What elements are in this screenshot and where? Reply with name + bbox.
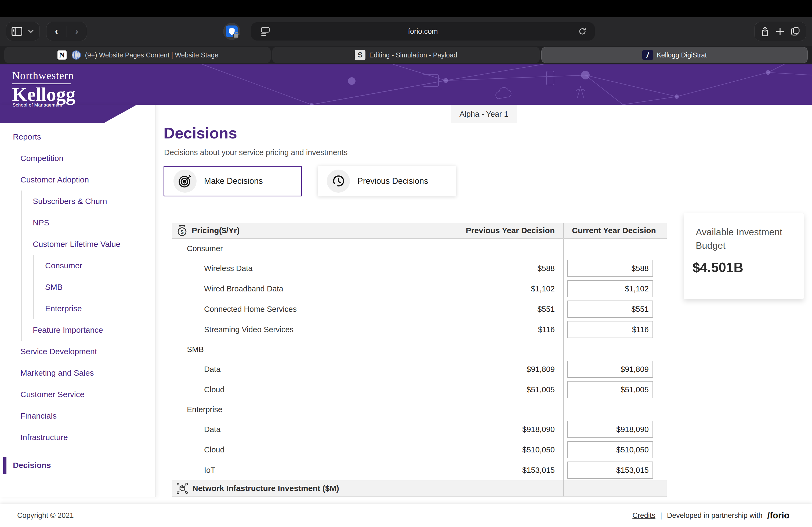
tab-label: Kellogg DigiStrat (657, 51, 707, 59)
current-year-input[interactable] (567, 441, 653, 458)
sidebar-item-consumer[interactable]: Consumer (34, 255, 156, 276)
row-label: Wireless Data (204, 264, 253, 273)
table-row: Wired Broadband Data$1,102 (172, 278, 667, 299)
current-year-input[interactable] (567, 280, 653, 297)
table-row: Data$91,809 (172, 359, 667, 379)
browser-tab-digistrat-active[interactable]: / Kellogg DigiStrat (541, 47, 808, 63)
browser-tab-notion[interactable]: N (9+) Website Pages Content | Website S… (4, 47, 271, 63)
target-icon (173, 169, 197, 193)
sidebar-item-enterprise[interactable]: Enterprise (34, 298, 156, 319)
browser-tabbar: N (9+) Website Pages Content | Website S… (0, 46, 812, 64)
sidebar-item-financials[interactable]: Financials (0, 405, 156, 427)
sidebar-item-decisions[interactable]: Decisions (0, 454, 156, 476)
sidebar-item-feature-importance[interactable]: Feature Importance (22, 319, 156, 341)
section-row-enterprise: Enterprise (172, 400, 667, 419)
sidebar-item-customer-lifetime-value[interactable]: Customer Lifetime Value (22, 234, 156, 255)
current-year-input[interactable] (567, 361, 653, 378)
section-label: Consumer (187, 244, 223, 253)
share-icon[interactable] (760, 26, 770, 36)
table-row: Wireless Data$588 (172, 258, 667, 278)
prev-year-value: $91,809 (526, 365, 563, 374)
nav-divider (67, 26, 67, 37)
prev-year-value: $1,102 (531, 284, 563, 293)
row-label: Streaming Video Services (204, 325, 293, 334)
page-footer: Copyright © 2021 Credits | Developed in … (0, 504, 812, 527)
tab-label: (9+) Website Pages Content | Website Sta… (85, 51, 219, 59)
table-row: IoT$153,015 (172, 460, 667, 480)
sidebar-item-infrastructure[interactable]: Infrastructure (0, 427, 156, 448)
sidebar-item-marketing-and-sales[interactable]: Marketing and Sales (0, 362, 156, 384)
forio-logo: /forio (767, 510, 789, 521)
previous-decisions-tab[interactable]: Previous Decisions (318, 166, 456, 196)
current-year-input[interactable] (567, 260, 653, 277)
previous-decisions-label: Previous Decisions (358, 176, 428, 186)
lock-icon (233, 34, 238, 38)
prev-year-value: $588 (537, 264, 563, 273)
current-year-input[interactable] (567, 381, 653, 398)
network-cube-icon (176, 482, 188, 495)
current-year-input[interactable] (567, 421, 653, 438)
curr-year-column-header: Current Year Decision (564, 226, 656, 235)
prev-year-value: $918,090 (522, 425, 563, 434)
new-tab-icon[interactable] (775, 27, 785, 36)
page-title: Decisions (163, 124, 237, 142)
tab-label: Editing - Simulation - Payload (369, 51, 457, 59)
current-year-input[interactable] (567, 462, 653, 479)
money-bag-icon: $ (176, 224, 188, 237)
row-label: Data (204, 425, 220, 434)
row-label: Data (204, 365, 220, 374)
sidebar-item-competition[interactable]: Competition (0, 148, 156, 169)
current-year-input[interactable] (567, 301, 653, 318)
section-row-smb: SMB (172, 340, 667, 359)
prev-year-column-header: Previous Year Decision (466, 226, 563, 235)
svg-text:$: $ (180, 229, 184, 235)
url-bar[interactable]: forio.com (251, 22, 595, 41)
budget-value: $4.501B (693, 260, 804, 275)
url-text: forio.com (251, 27, 595, 36)
forward-button[interactable]: › (75, 27, 78, 36)
row-label: Connected Home Services (204, 305, 297, 314)
screen: ‹ › forio.com N (9+) Website Pages Conte… (0, 0, 812, 527)
toolbar-right-buttons (754, 22, 806, 41)
pricing-table: $ Pricing($/Yr) Previous Year Decision C… (172, 223, 667, 497)
partnership-text: Developed in partnership with (667, 511, 763, 520)
simulation-favicon: S (355, 50, 365, 60)
credits-link[interactable]: Credits (632, 511, 655, 520)
sidebar-item-reports[interactable]: Reports (0, 126, 156, 148)
browser-tab-simulation[interactable]: S Editing - Simulation - Payload (272, 47, 540, 63)
network-investment-title: Network Infastructure Investment ($M) (192, 484, 339, 493)
sidebar-item-smb[interactable]: SMB (34, 276, 156, 298)
prev-year-value: $153,015 (522, 466, 563, 475)
prev-year-value: $51,005 (526, 385, 563, 394)
sidebar-item-subscribers-churn[interactable]: Subscribers & Churn (22, 191, 156, 212)
refresh-icon[interactable] (578, 27, 587, 36)
network-pattern-decoration (0, 64, 812, 105)
digistrat-favicon: / (642, 50, 653, 60)
page-subtitle: Decisions about your service pricing and… (164, 148, 347, 157)
current-year-input[interactable] (567, 321, 653, 338)
password-extension-button[interactable] (223, 23, 240, 40)
nav-buttons: ‹ › (46, 22, 87, 41)
section-label: SMB (187, 345, 204, 354)
globe-favicon (71, 50, 81, 60)
main-content: Alpha - Year 1 Decisions Decisions about… (156, 105, 812, 504)
sidebar-item-customer-adoption[interactable]: Customer Adoption (0, 169, 156, 191)
table-row: Data$918,090 (172, 419, 667, 439)
sidebar-item-customer-service[interactable]: Customer Service (0, 384, 156, 405)
row-label: IoT (204, 466, 215, 475)
decision-tabs: Make Decisions Previous Decisions (163, 166, 456, 196)
history-clock-icon (327, 169, 350, 193)
prev-year-value: $510,050 (522, 446, 563, 454)
tab-overview-icon[interactable] (791, 27, 800, 36)
sidebar-item-nps[interactable]: NPS (22, 212, 156, 234)
sidebar-group-clv: Consumer SMB Enterprise (33, 255, 156, 319)
sidebar-nav: HowToPlay Reports Competition Customer A… (0, 105, 156, 497)
sidebar-panel-icon (12, 27, 22, 36)
sidebar-toggle-button[interactable] (6, 22, 40, 41)
budget-card: Available Investment Budget $4.501B (684, 213, 804, 299)
back-button[interactable]: ‹ (55, 27, 58, 36)
sidebar-item-service-development[interactable]: Service Development (0, 341, 156, 362)
notion-favicon: N (57, 50, 68, 60)
make-decisions-tab[interactable]: Make Decisions (163, 166, 302, 196)
shield-extension-icon (226, 26, 238, 37)
